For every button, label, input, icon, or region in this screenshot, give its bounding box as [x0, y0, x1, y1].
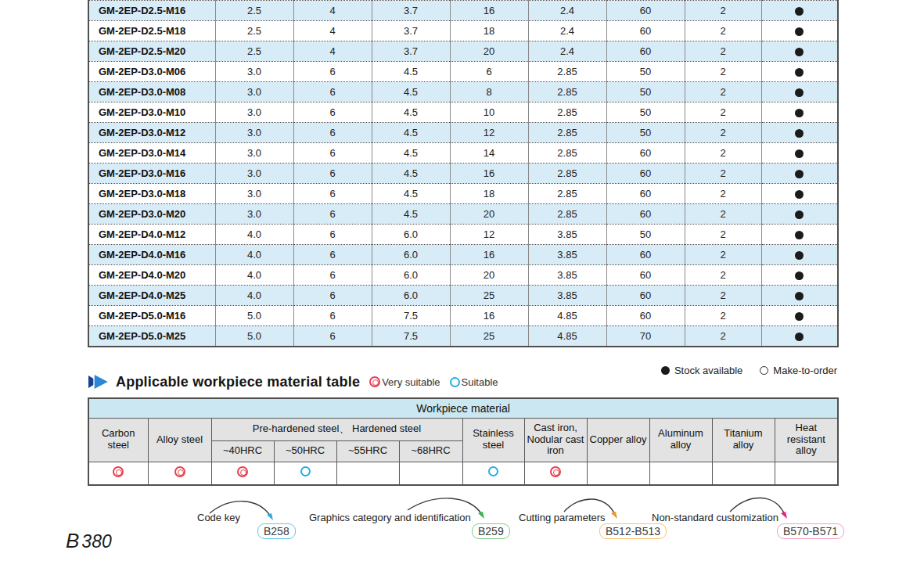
- spec-cell: 4: [293, 41, 372, 62]
- spec-cell: 3.0: [215, 143, 293, 164]
- spec-cell: 3.0: [215, 62, 293, 82]
- stock-available-icon: [795, 170, 804, 178]
- workpiece-column-header: Aluminum alloy: [649, 418, 712, 462]
- workpiece-table-title: Workpiece material: [88, 398, 838, 418]
- spec-cell: 2.4: [528, 1, 606, 21]
- rating-cell: [524, 462, 587, 485]
- very-suitable-label: Very suitable: [382, 376, 440, 388]
- spec-cell: 3.0: [215, 102, 293, 123]
- spec-cell: 3.0: [215, 164, 293, 184]
- rating-cell: [399, 462, 462, 485]
- spec-cell: 6: [293, 143, 372, 164]
- spec-cell: 50: [606, 62, 685, 82]
- suitable-icon: [450, 377, 460, 387]
- graphics-category-badge[interactable]: B259: [472, 523, 510, 539]
- stock-cell: [761, 326, 838, 347]
- spec-cell: 4.5: [372, 123, 450, 143]
- cutting-parameters-badge[interactable]: B512-B513: [599, 523, 667, 539]
- table-row: GM-2EP-D4.0-M204.066.0203.85602: [88, 265, 838, 286]
- stock-available-icon: [795, 129, 804, 138]
- rating-cell: [274, 462, 336, 485]
- suitable-label: Suitable: [462, 376, 498, 388]
- spec-cell: 16: [450, 1, 528, 21]
- spec-cell: 14: [450, 143, 528, 164]
- workpiece-rating-row: [88, 462, 838, 485]
- table-row: GM-2EP-D4.0-M164.066.0163.85602: [88, 245, 838, 265]
- non-standard-label: Non-standard customization: [652, 512, 778, 523]
- graphics-category-label: Graphics category and identification: [309, 512, 471, 523]
- rating-cell: [336, 462, 399, 485]
- spec-cell: 60: [606, 164, 685, 184]
- spec-cell: 4.85: [528, 326, 606, 347]
- stock-available-icon: [795, 149, 804, 158]
- spec-cell: 60: [606, 41, 685, 62]
- rating-cell: [712, 462, 775, 485]
- stock-available-icon: [795, 48, 804, 56]
- table-row: GM-2EP-D5.0-M165.067.5164.85602: [88, 306, 838, 326]
- spec-cell: 2.5: [215, 1, 293, 21]
- workpiece-column-header: Alloy steel: [148, 418, 211, 462]
- stock-available-icon: [661, 366, 670, 375]
- stock-available-icon: [795, 190, 804, 199]
- spec-cell: 2: [685, 82, 761, 102]
- spec-cell: 2: [685, 184, 761, 204]
- spec-table: GM-2EP-D2.5-M162.543.7162.4602GM-2EP-D2.…: [88, 0, 839, 347]
- spec-cell: 3.85: [528, 245, 606, 265]
- workpiece-column-header: Pre-hardened steel、 Hardened steel: [211, 418, 462, 440]
- table-row: GM-2EP-D3.0-M083.064.582.85502: [88, 82, 838, 102]
- rating-cell: [148, 462, 211, 485]
- spec-cell: 3.0: [215, 123, 293, 143]
- spec-cell: 18: [450, 184, 528, 204]
- spec-cell: 2: [685, 245, 761, 265]
- table-row: GM-2EP-D2.5-M202.543.7202.4602: [88, 41, 838, 62]
- model-cell: GM-2EP-D3.0-M06: [88, 62, 215, 82]
- table-row: GM-2EP-D3.0-M123.064.5122.85502: [88, 123, 838, 143]
- spec-cell: 2: [685, 286, 761, 306]
- workpiece-table-container: Workpiece material Carbon steelAlloy ste…: [88, 397, 837, 486]
- stock-available-icon: [795, 88, 804, 97]
- spec-cell: 60: [606, 21, 685, 41]
- spec-cell: 2: [685, 326, 761, 347]
- model-cell: GM-2EP-D3.0-M20: [88, 204, 215, 225]
- spec-cell: 3.7: [372, 41, 450, 62]
- spec-cell: 2: [685, 306, 761, 326]
- very-suitable-legend: Very suitable: [369, 376, 440, 388]
- non-standard-badge[interactable]: B570-B571: [777, 523, 844, 539]
- spec-cell: 6.0: [372, 286, 450, 306]
- very-suitable-icon: [550, 466, 561, 477]
- spec-cell: 6: [293, 184, 372, 204]
- spec-cell: 12: [450, 123, 528, 143]
- table-row: GM-2EP-D3.0-M203.064.5202.85602: [88, 204, 838, 225]
- spec-cell: 4.0: [215, 286, 293, 306]
- spec-cell: 50: [606, 123, 685, 143]
- stock-cell: [761, 21, 838, 41]
- rating-cell: [462, 462, 524, 485]
- table-row: GM-2EP-D4.0-M254.066.0253.85602: [88, 286, 838, 306]
- table-row: GM-2EP-D3.0-M163.064.5162.85602: [88, 164, 838, 184]
- suitable-legend: Suitable: [450, 376, 498, 388]
- very-suitable-icon: [369, 376, 380, 387]
- code-key-badge[interactable]: B258: [257, 523, 296, 539]
- table-row: GM-2EP-D4.0-M124.066.0123.85502: [88, 225, 838, 245]
- model-cell: GM-2EP-D5.0-M16: [88, 306, 215, 326]
- stock-cell: [761, 1, 838, 21]
- spec-cell: 4.0: [215, 225, 293, 245]
- spec-cell: 20: [450, 41, 528, 62]
- stock-available-icon: [795, 210, 804, 219]
- spec-cell: 3.0: [215, 204, 293, 225]
- spec-cell: 4.5: [372, 62, 450, 82]
- double-chevron-icon: [88, 373, 111, 390]
- spec-cell: 3.7: [372, 1, 450, 21]
- table-row: GM-2EP-D3.0-M103.064.5102.85502: [88, 102, 838, 123]
- workpiece-title-row: Workpiece material: [88, 398, 838, 418]
- spec-cell: 60: [606, 286, 685, 306]
- spec-cell: 3.85: [528, 265, 606, 286]
- spec-cell: 10: [450, 102, 528, 123]
- spec-cell: 60: [606, 245, 685, 265]
- spec-cell: 50: [606, 102, 685, 123]
- spec-cell: 50: [606, 82, 685, 102]
- cutting-parameters-label: Cutting parameters: [519, 512, 606, 523]
- workpiece-column-header: Carbon steel: [88, 418, 148, 462]
- suitability-legend: Very suitable Suitable: [369, 376, 498, 388]
- stock-cell: [761, 143, 838, 164]
